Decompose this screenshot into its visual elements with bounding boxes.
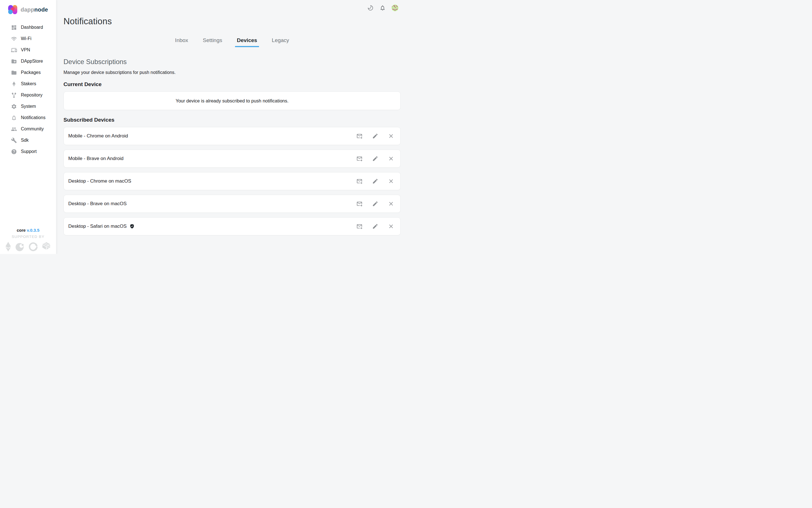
- sidebar-item-repository[interactable]: Repository: [0, 89, 56, 101]
- sidebar-item-community[interactable]: Community: [0, 123, 56, 135]
- sidebar-item-label: Dashboard: [21, 25, 43, 30]
- section-heading: Device Subscriptions: [63, 58, 401, 66]
- tab-devices[interactable]: Devices: [235, 37, 259, 47]
- tab-settings[interactable]: Settings: [201, 37, 224, 47]
- edit-device-button[interactable]: [372, 201, 378, 207]
- sidebar-item-dashboard[interactable]: Dashboard: [0, 22, 56, 33]
- ring-dot-logo-icon: [28, 242, 38, 252]
- edit-device-button[interactable]: [372, 178, 378, 184]
- sidebar-item-label: VPN: [21, 47, 30, 52]
- git-merge-icon: [11, 92, 17, 98]
- sidebar-item-label: Support: [21, 149, 37, 154]
- folder-icon: [11, 70, 17, 76]
- device-row: Mobile - Brave on Android: [63, 150, 401, 168]
- device-name: Desktop - Chrome on macOS: [68, 178, 131, 184]
- sidebar: dappnode Dashboard Wi-Fi VPN DAppStore P…: [0, 0, 56, 254]
- subscribed-devices-list: Mobile - Chrome on Android Mobile - Brav…: [63, 127, 401, 236]
- help-icon: [11, 149, 17, 155]
- subscribed-devices-heading: Subscribed Devices: [63, 117, 401, 123]
- brand-logo[interactable]: dappnode: [0, 0, 56, 17]
- edit-pencil-icon: [372, 223, 378, 229]
- send-test-notification-button[interactable]: [356, 223, 363, 229]
- delete-device-button[interactable]: [388, 178, 394, 184]
- sidebar-item-system[interactable]: System: [0, 101, 56, 112]
- bell-icon: [11, 115, 17, 121]
- user-avatar-button[interactable]: [392, 4, 398, 11]
- device-row: Desktop - Brave on macOS: [63, 195, 401, 213]
- sponsor-logos: [0, 242, 56, 252]
- app-root: dappnode Dashboard Wi-Fi VPN DAppStore P…: [0, 0, 406, 254]
- tab-legacy[interactable]: Legacy: [270, 37, 291, 47]
- theme-toggle-button[interactable]: [367, 5, 373, 11]
- device-row: Mobile - Chrome on Android: [63, 127, 401, 145]
- sidebar-item-support[interactable]: Support: [0, 146, 56, 157]
- tab-inbox[interactable]: Inbox: [173, 37, 190, 47]
- cube-logo-icon: [41, 242, 51, 252]
- sidebar-footer: core v.0.3.5 SUPPORTED BY: [0, 228, 56, 254]
- forward-to-inbox-icon: [356, 133, 363, 139]
- sidebar-item-label: Repository: [21, 93, 42, 98]
- send-test-notification-button[interactable]: [356, 201, 363, 207]
- device-row-actions: [356, 133, 394, 139]
- forward-to-inbox-icon: [356, 178, 363, 184]
- close-icon: [388, 223, 394, 229]
- gear-icon: [11, 103, 17, 110]
- sidebar-item-stakers[interactable]: Stakers: [0, 78, 56, 89]
- dark-mode-moon-icon: [367, 5, 373, 11]
- device-name: Desktop - Brave on macOS: [68, 201, 127, 207]
- device-row-actions: [356, 156, 394, 162]
- close-icon: [388, 156, 394, 162]
- edit-pencil-icon: [372, 156, 378, 162]
- sidebar-item-label: Stakers: [21, 81, 36, 86]
- devices-icon: [11, 47, 17, 53]
- swirl-logo-icon: [15, 242, 25, 252]
- device-row: Desktop - Safari on macOS: [63, 217, 401, 236]
- device-row-actions: [356, 201, 394, 207]
- device-row: Desktop - Chrome on macOS: [63, 172, 401, 190]
- device-name: Mobile - Brave on Android: [68, 156, 124, 161]
- wifi-icon: [11, 36, 17, 42]
- sidebar-item-sdk[interactable]: Sdk: [0, 135, 56, 146]
- delete-device-button[interactable]: [388, 156, 394, 162]
- current-device-message: Your device is already subscribed to pus…: [176, 98, 288, 103]
- edit-device-button[interactable]: [372, 156, 378, 162]
- current-device-heading: Current Device: [63, 81, 401, 87]
- dappnode-logo-icon: [7, 4, 18, 15]
- send-test-notification-button[interactable]: [356, 133, 363, 139]
- sidebar-item-label: Community: [21, 126, 44, 131]
- sidebar-item-label: Notifications: [21, 115, 45, 120]
- brand-name: dappnode: [20, 6, 48, 13]
- send-test-notification-button[interactable]: [356, 178, 363, 184]
- device-name: Mobile - Chrome on Android: [68, 133, 128, 139]
- main-content: Notifications Inbox Settings Devices Leg…: [56, 0, 406, 254]
- sidebar-nav: Dashboard Wi-Fi VPN DAppStore Packages S…: [0, 22, 56, 157]
- dashboard-icon: [11, 25, 17, 31]
- edit-device-button[interactable]: [372, 133, 378, 139]
- sidebar-item-label: DAppStore: [21, 59, 43, 64]
- edit-pencil-icon: [372, 133, 378, 139]
- edit-pencil-icon: [372, 178, 378, 184]
- notifications-bell-button[interactable]: [379, 5, 386, 11]
- delete-device-button[interactable]: [388, 201, 394, 207]
- sidebar-item-notifications[interactable]: Notifications: [0, 112, 56, 123]
- close-icon: [388, 201, 394, 207]
- forward-to-inbox-icon: [356, 201, 363, 207]
- sidebar-item-dappstore[interactable]: DAppStore: [0, 55, 56, 67]
- device-row-actions: [356, 223, 394, 229]
- ethereum-icon: [11, 81, 17, 87]
- sidebar-item-label: Wi-Fi: [21, 36, 31, 41]
- people-icon: [11, 126, 17, 132]
- sidebar-item-vpn[interactable]: VPN: [0, 44, 56, 55]
- edit-device-button[interactable]: [372, 223, 378, 229]
- sidebar-item-wifi[interactable]: Wi-Fi: [0, 33, 56, 44]
- delete-device-button[interactable]: [388, 133, 394, 139]
- section-description: Manage your device subscriptions for pus…: [63, 70, 401, 75]
- supported-by-label: SUPPORTED BY: [0, 235, 56, 239]
- send-test-notification-button[interactable]: [356, 156, 363, 162]
- sidebar-item-packages[interactable]: Packages: [0, 67, 56, 78]
- notifications-bell-icon: [379, 5, 386, 11]
- core-version-link[interactable]: v.0.3.5: [27, 228, 40, 232]
- delete-device-button[interactable]: [388, 223, 394, 229]
- page-title: Notifications: [63, 16, 401, 27]
- user-avatar-identicon: [392, 4, 398, 11]
